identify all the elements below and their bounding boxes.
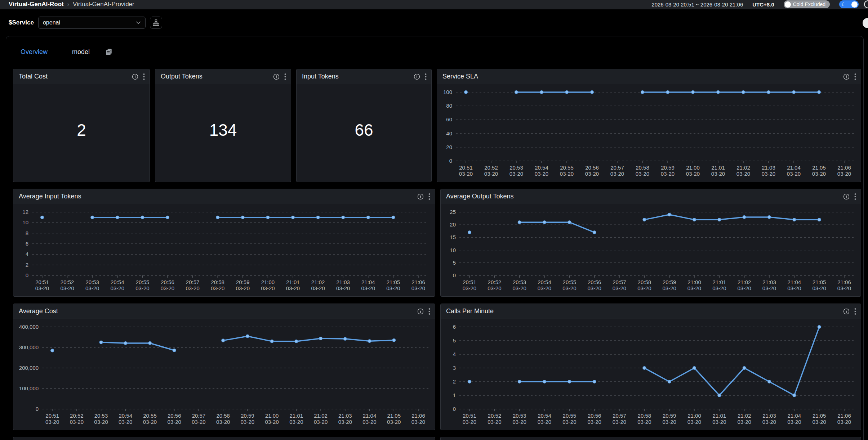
svg-text:21:0603-20: 21:0603-20 bbox=[411, 413, 425, 425]
topology-button[interactable] bbox=[150, 17, 162, 29]
info-icon[interactable] bbox=[414, 73, 420, 80]
svg-text:25: 25 bbox=[450, 209, 456, 215]
panel-average-output-tokens: Average Output Tokens 051015202520:5103-… bbox=[440, 189, 861, 297]
service-select[interactable]: openai bbox=[38, 17, 146, 29]
filter-bar: $Service openai bbox=[0, 9, 868, 36]
svg-text:21:0203-20: 21:0203-20 bbox=[736, 165, 750, 177]
svg-text:20:5203-20: 20:5203-20 bbox=[60, 279, 74, 291]
svg-text:20:5703-20: 20:5703-20 bbox=[613, 413, 626, 425]
svg-text:21:0603-20: 21:0603-20 bbox=[837, 165, 851, 177]
copy-icon bbox=[105, 48, 113, 56]
panel-service-sla: Service SLA 02040608010020:5103-2020:520… bbox=[437, 69, 861, 182]
svg-text:21:0103-20: 21:0103-20 bbox=[711, 165, 725, 177]
kebab-menu-icon[interactable] bbox=[854, 193, 856, 200]
svg-text:21:0103-20: 21:0103-20 bbox=[286, 279, 300, 291]
svg-text:400,000: 400,000 bbox=[19, 324, 39, 330]
svg-text:20: 20 bbox=[450, 221, 456, 228]
svg-text:20:5703-20: 20:5703-20 bbox=[186, 279, 199, 291]
info-icon[interactable] bbox=[417, 193, 424, 200]
svg-text:20:5103-20: 20:5103-20 bbox=[463, 413, 476, 425]
svg-text:20:5503-20: 20:5503-20 bbox=[562, 279, 576, 291]
kebab-menu-icon[interactable] bbox=[854, 73, 856, 80]
svg-text:20:5603-20: 20:5603-20 bbox=[587, 279, 601, 291]
theme-toggle[interactable]: ☾ bbox=[839, 0, 859, 8]
breadcrumb-root[interactable]: Virtual-GenAI-Root bbox=[9, 1, 64, 8]
kebab-menu-icon[interactable] bbox=[854, 308, 856, 315]
info-icon[interactable] bbox=[273, 73, 280, 80]
info-icon[interactable] bbox=[843, 308, 850, 315]
svg-text:20:5503-20: 20:5503-20 bbox=[560, 165, 574, 177]
average-input-tokens-chart[interactable]: 02468101220:5103-2020:5203-2020:5303-202… bbox=[13, 204, 435, 297]
svg-text:20:5103-20: 20:5103-20 bbox=[45, 413, 59, 425]
svg-text:21:0303-20: 21:0303-20 bbox=[762, 165, 775, 177]
svg-text:20:5103-20: 20:5103-20 bbox=[459, 165, 473, 177]
svg-text:0: 0 bbox=[449, 158, 452, 164]
svg-text:20:5203-20: 20:5203-20 bbox=[488, 413, 501, 425]
time-range-label[interactable]: 2026-03-20 20:51 ~ 2026-03-20 21:06 bbox=[651, 1, 743, 8]
svg-text:21:0303-20: 21:0303-20 bbox=[762, 279, 776, 291]
svg-text:20:5403-20: 20:5403-20 bbox=[111, 279, 124, 291]
svg-text:20:5403-20: 20:5403-20 bbox=[538, 413, 551, 425]
kebab-menu-icon[interactable] bbox=[425, 73, 427, 80]
svg-text:21:0403-20: 21:0403-20 bbox=[362, 413, 376, 425]
svg-text:21:0503-20: 21:0503-20 bbox=[812, 279, 826, 291]
kebab-menu-icon[interactable] bbox=[284, 73, 286, 80]
svg-text:20:5703-20: 20:5703-20 bbox=[610, 165, 624, 177]
svg-text:20:5903-20: 20:5903-20 bbox=[662, 279, 676, 291]
svg-text:4: 4 bbox=[453, 351, 456, 357]
svg-text:21:0603-20: 21:0603-20 bbox=[837, 279, 851, 291]
svg-text:21:0403-20: 21:0403-20 bbox=[361, 279, 375, 291]
tab-overview[interactable]: Overview bbox=[21, 48, 48, 56]
info-icon[interactable] bbox=[843, 193, 850, 200]
timezone-label[interactable]: UTC+8.0 bbox=[752, 1, 774, 8]
panel-title: Calls Per Minute bbox=[446, 307, 494, 315]
svg-text:20:5303-20: 20:5303-20 bbox=[509, 165, 523, 177]
svg-text:21:0303-20: 21:0303-20 bbox=[338, 413, 352, 425]
svg-text:21:0003-20: 21:0003-20 bbox=[686, 165, 700, 177]
svg-text:5: 5 bbox=[453, 337, 456, 344]
panel-clipped-right bbox=[440, 437, 861, 440]
svg-text:21:0403-20: 21:0403-20 bbox=[787, 413, 801, 425]
kebab-menu-icon[interactable] bbox=[143, 73, 145, 80]
svg-text:20: 20 bbox=[446, 144, 452, 150]
info-icon[interactable] bbox=[843, 73, 850, 80]
kebab-menu-icon[interactable] bbox=[428, 308, 430, 315]
average-cost-chart[interactable]: 0100,000200,000300,000400,00020:5103-202… bbox=[13, 319, 435, 430]
stat-value-input-tokens: 66 bbox=[297, 120, 431, 140]
kebab-menu-icon[interactable] bbox=[428, 193, 430, 200]
stat-value-total-cost: 2 bbox=[13, 120, 150, 140]
svg-text:15: 15 bbox=[450, 234, 456, 240]
panel-clipped-left bbox=[13, 437, 435, 440]
clipped-floating-button[interactable] bbox=[863, 18, 868, 28]
toggle-knob bbox=[785, 1, 791, 8]
svg-text:20:5203-20: 20:5203-20 bbox=[484, 165, 498, 177]
info-icon[interactable] bbox=[417, 308, 424, 315]
svg-text:20:5403-20: 20:5403-20 bbox=[538, 279, 551, 291]
svg-text:20:5303-20: 20:5303-20 bbox=[85, 279, 99, 291]
svg-text:20:5603-20: 20:5603-20 bbox=[161, 279, 174, 291]
svg-text:20:5803-20: 20:5803-20 bbox=[211, 279, 224, 291]
breadcrumb-current[interactable]: Virtual-GenAI-Provider bbox=[73, 1, 134, 8]
average-output-tokens-chart[interactable]: 051015202520:5103-2020:5203-2020:5303-20… bbox=[441, 204, 861, 297]
svg-text:20:5803-20: 20:5803-20 bbox=[636, 165, 649, 177]
svg-text:20:5503-20: 20:5503-20 bbox=[143, 413, 157, 425]
info-icon[interactable] bbox=[132, 73, 138, 80]
svg-text:21:0603-20: 21:0603-20 bbox=[411, 279, 425, 291]
panel-total-cost: Total Cost 2 bbox=[13, 69, 150, 182]
panel-average-cost: Average Cost 0100,000200,000300,000400,0… bbox=[13, 304, 435, 430]
copy-dashboard-button[interactable] bbox=[105, 48, 113, 56]
breadcrumb-separator-icon: › bbox=[67, 1, 69, 8]
svg-text:60: 60 bbox=[446, 116, 452, 122]
svg-text:1: 1 bbox=[453, 392, 456, 398]
svg-text:21:0503-20: 21:0503-20 bbox=[387, 413, 401, 425]
clipped-corner-button[interactable] bbox=[864, 0, 868, 8]
svg-text:20:5203-20: 20:5203-20 bbox=[70, 413, 84, 425]
panel-output-tokens: Output Tokens 134 bbox=[155, 69, 291, 182]
tab-model[interactable]: model bbox=[72, 48, 90, 56]
svg-text:20:5903-20: 20:5903-20 bbox=[661, 165, 675, 177]
svg-text:21:0403-20: 21:0403-20 bbox=[787, 165, 801, 177]
calls-per-minute-chart[interactable]: 012345620:5103-2020:5203-2020:5303-2020:… bbox=[441, 319, 861, 430]
cold-excluded-toggle[interactable]: Cold Excluded bbox=[784, 0, 830, 8]
svg-text:0: 0 bbox=[453, 406, 456, 412]
service-sla-chart[interactable]: 02040608010020:5103-2020:5203-2020:5303-… bbox=[437, 84, 861, 182]
